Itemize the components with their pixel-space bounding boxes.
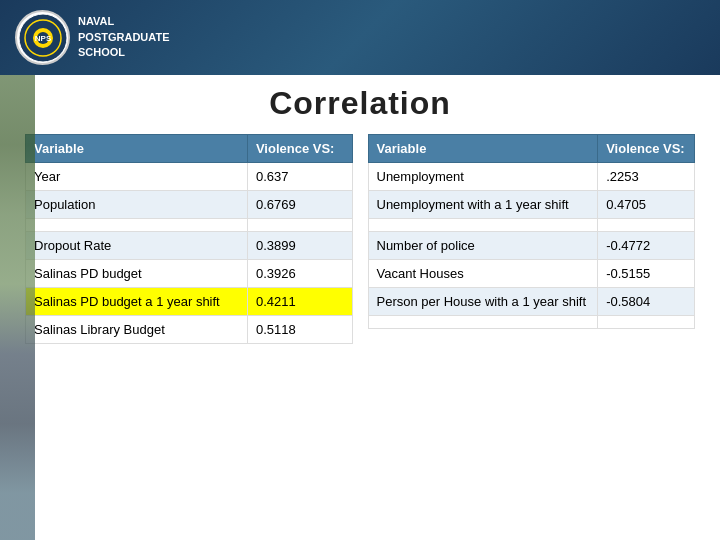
right-variable-cell: Unemployment with a 1 year shift <box>368 191 598 219</box>
right-variable-cell: Unemployment <box>368 163 598 191</box>
right-table-row <box>368 316 695 329</box>
right-header-variable: Variable <box>368 135 598 163</box>
left-table-section: Variable Violence VS: Year0.637Populatio… <box>25 134 353 344</box>
right-table-row <box>368 219 695 232</box>
main-content: Correlation Variable Violence VS: Year0.… <box>0 75 720 354</box>
logo-area: NPS NAVALPOSTGRADUATESCHOOL <box>15 10 169 65</box>
left-table-row: Salinas PD budget a 1 year shift0.4211 <box>26 288 353 316</box>
left-header-variable: Variable <box>26 135 248 163</box>
right-value-cell: .2253 <box>598 163 695 191</box>
left-variable-cell: Salinas PD budget a 1 year shift <box>26 288 248 316</box>
left-value-cell: 0.4211 <box>247 288 352 316</box>
left-table-row: Year0.637 <box>26 163 353 191</box>
right-table-row: Number of police-0.4772 <box>368 232 695 260</box>
right-table: Variable Violence VS: Unemployment.2253U… <box>368 134 696 329</box>
left-value-cell: 0.6769 <box>247 191 352 219</box>
left-value-cell: 0.5118 <box>247 316 352 344</box>
left-value-cell <box>247 219 352 232</box>
logo-circle: NPS <box>15 10 70 65</box>
left-variable-cell: Year <box>26 163 248 191</box>
page-title: Correlation <box>25 85 695 122</box>
right-value-cell: 0.4705 <box>598 191 695 219</box>
left-variable-cell: Salinas PD budget <box>26 260 248 288</box>
right-value-cell: -0.4772 <box>598 232 695 260</box>
right-variable-cell <box>368 316 598 329</box>
right-table-section: Variable Violence VS: Unemployment.2253U… <box>368 134 696 344</box>
left-variable-cell: Salinas Library Budget <box>26 316 248 344</box>
left-table-row: Population0.6769 <box>26 191 353 219</box>
left-variable-cell <box>26 219 248 232</box>
right-table-row: Person per House with a 1 year shift-0.5… <box>368 288 695 316</box>
right-table-row: Unemployment.2253 <box>368 163 695 191</box>
left-table-row: Dropout Rate0.3899 <box>26 232 353 260</box>
right-variable-cell: Person per House with a 1 year shift <box>368 288 598 316</box>
right-value-cell: -0.5155 <box>598 260 695 288</box>
left-header-violence: Violence VS: <box>247 135 352 163</box>
background-overlay <box>0 75 35 540</box>
right-header-violence: Violence VS: <box>598 135 695 163</box>
left-value-cell: 0.3899 <box>247 232 352 260</box>
svg-text:NPS: NPS <box>34 34 51 43</box>
tables-wrapper: Variable Violence VS: Year0.637Populatio… <box>25 134 695 344</box>
right-table-row: Vacant Houses-0.5155 <box>368 260 695 288</box>
left-table-row <box>26 219 353 232</box>
left-variable-cell: Population <box>26 191 248 219</box>
left-table-row: Salinas PD budget0.3926 <box>26 260 353 288</box>
right-table-row: Unemployment with a 1 year shift0.4705 <box>368 191 695 219</box>
page-header: NPS NAVALPOSTGRADUATESCHOOL <box>0 0 720 75</box>
right-value-cell: -0.5804 <box>598 288 695 316</box>
right-variable-cell: Number of police <box>368 232 598 260</box>
left-value-cell: 0.637 <box>247 163 352 191</box>
right-value-cell <box>598 219 695 232</box>
logo-text: NAVALPOSTGRADUATESCHOOL <box>78 14 169 60</box>
left-variable-cell: Dropout Rate <box>26 232 248 260</box>
left-value-cell: 0.3926 <box>247 260 352 288</box>
right-variable-cell: Vacant Houses <box>368 260 598 288</box>
right-variable-cell <box>368 219 598 232</box>
right-value-cell <box>598 316 695 329</box>
left-table-row: Salinas Library Budget0.5118 <box>26 316 353 344</box>
left-table: Variable Violence VS: Year0.637Populatio… <box>25 134 353 344</box>
